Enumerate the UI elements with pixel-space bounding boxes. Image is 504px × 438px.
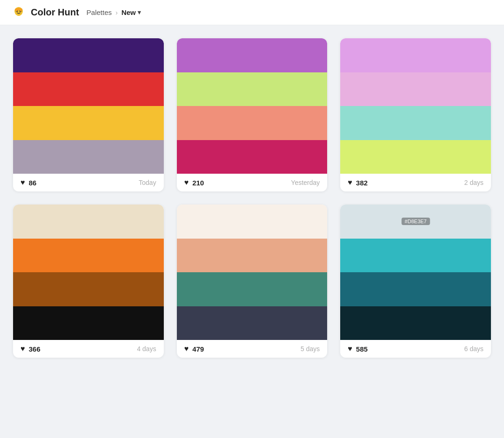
color-swatch[interactable]: #D8E3E7 (340, 205, 491, 239)
color-swatch[interactable]: #383C50 (177, 306, 328, 340)
likes-section[interactable]: ♥585 (348, 345, 368, 353)
palette-footer: ♥4795 days (177, 340, 328, 358)
swatch-hex-label: #D8E3E7 (401, 218, 430, 225)
palette-swatches: #F8F0E8#E8A888#408878#383C50 (177, 205, 328, 340)
color-swatch[interactable]: #1A6878 (340, 272, 491, 306)
like-count: 366 (29, 345, 41, 353)
breadcrumb-current-label: New (121, 8, 136, 16)
main-content: #3D1A6E#E03030#F5C030#A89CB0♥86Today#B56… (0, 25, 504, 371)
time-ago: 2 days (464, 179, 483, 186)
likes-section[interactable]: ♥366 (21, 345, 41, 353)
palette-grid: #3D1A6E#E03030#F5C030#A89CB0♥86Today#B56… (13, 38, 491, 358)
color-swatch[interactable]: #C8E87A (177, 72, 328, 106)
time-ago: 4 days (137, 345, 156, 353)
color-swatch[interactable]: #101010 (13, 306, 164, 340)
chevron-down-icon: ▾ (138, 9, 141, 16)
color-swatch[interactable]: #B564C8 (177, 38, 328, 72)
color-swatch[interactable]: #3D1A6E (13, 38, 164, 72)
heart-icon: ♥ (184, 345, 189, 353)
color-swatch[interactable]: #ECE0C8 (13, 205, 164, 239)
likes-section[interactable]: ♥382 (348, 178, 368, 187)
app-title: Color Hunt (31, 7, 79, 18)
color-swatch[interactable]: #90DDD0 (340, 106, 491, 140)
palette-card[interactable]: #3D1A6E#E03030#F5C030#A89CB0♥86Today (13, 38, 164, 191)
heart-icon: ♥ (21, 178, 25, 187)
color-swatch[interactable]: #A89CB0 (13, 140, 164, 174)
breadcrumb-current[interactable]: New ▾ (121, 8, 141, 16)
breadcrumb: Palettes › New ▾ (86, 8, 141, 16)
palette-swatches: #D8E3E7#30B8C0#1A6878#0C2830 (340, 205, 491, 340)
app-logo-icon (11, 5, 26, 20)
likes-section[interactable]: ♥86 (21, 178, 36, 187)
time-ago: 5 days (301, 345, 320, 353)
color-swatch[interactable]: #E0A0E8 (340, 38, 491, 72)
color-swatch[interactable]: #0C2830 (340, 306, 491, 340)
palette-swatches: #ECE0C8#F07820#9A5010#101010 (13, 205, 164, 340)
like-count: 86 (29, 179, 37, 187)
like-count: 479 (192, 345, 204, 353)
color-swatch[interactable]: #F8F0E8 (177, 205, 328, 239)
heart-icon: ♥ (184, 178, 189, 187)
time-ago: Today (139, 179, 156, 186)
header: Color Hunt Palettes › New ▾ (0, 0, 504, 25)
palette-card[interactable]: #F8F0E8#E8A888#408878#383C50♥4795 days (177, 205, 328, 358)
palette-card[interactable]: #E0A0E8#E8B0E0#90DDD0#D8F070♥3822 days (340, 38, 491, 191)
palette-swatches: #B564C8#C8E87A#F0907A#C82060 (177, 38, 328, 174)
palette-card[interactable]: #B564C8#C8E87A#F0907A#C82060♥210Yesterda… (177, 38, 328, 191)
color-swatch[interactable]: #9A5010 (13, 272, 164, 306)
color-swatch[interactable]: #E8B0E0 (340, 72, 491, 106)
heart-icon: ♥ (348, 178, 352, 187)
color-swatch[interactable]: #E03030 (13, 72, 164, 106)
color-swatch[interactable]: #408878 (177, 272, 328, 306)
palette-footer: ♥86Today (13, 174, 164, 191)
color-swatch[interactable]: #D8F070 (340, 140, 491, 174)
palette-footer: ♥3822 days (340, 174, 491, 191)
heart-icon: ♥ (21, 345, 25, 353)
logo-area: Color Hunt (11, 5, 79, 20)
time-ago: Yesterday (291, 179, 320, 186)
palette-card[interactable]: #ECE0C8#F07820#9A5010#101010♥3664 days (13, 205, 164, 358)
palette-footer: ♥5856 days (340, 340, 491, 358)
likes-section[interactable]: ♥479 (184, 345, 204, 353)
time-ago: 6 days (464, 345, 483, 353)
color-swatch[interactable]: #F07820 (13, 239, 164, 273)
like-count: 210 (192, 179, 204, 187)
palette-swatches: #E0A0E8#E8B0E0#90DDD0#D8F070 (340, 38, 491, 174)
color-swatch[interactable]: #F0907A (177, 106, 328, 140)
breadcrumb-palettes[interactable]: Palettes (86, 8, 112, 16)
palette-card[interactable]: #D8E3E7#30B8C0#1A6878#0C2830♥5856 days (340, 205, 491, 358)
heart-icon: ♥ (348, 345, 352, 353)
palette-swatches: #3D1A6E#E03030#F5C030#A89CB0 (13, 38, 164, 174)
color-swatch[interactable]: #30B8C0 (340, 239, 491, 273)
like-count: 382 (356, 179, 368, 187)
breadcrumb-separator: › (116, 9, 118, 16)
palette-footer: ♥210Yesterday (177, 174, 328, 191)
color-swatch[interactable]: #C82060 (177, 140, 328, 174)
color-swatch[interactable]: #E8A888 (177, 239, 328, 273)
likes-section[interactable]: ♥210 (184, 178, 204, 187)
like-count: 585 (356, 345, 368, 353)
color-swatch[interactable]: #F5C030 (13, 106, 164, 140)
palette-footer: ♥3664 days (13, 340, 164, 358)
